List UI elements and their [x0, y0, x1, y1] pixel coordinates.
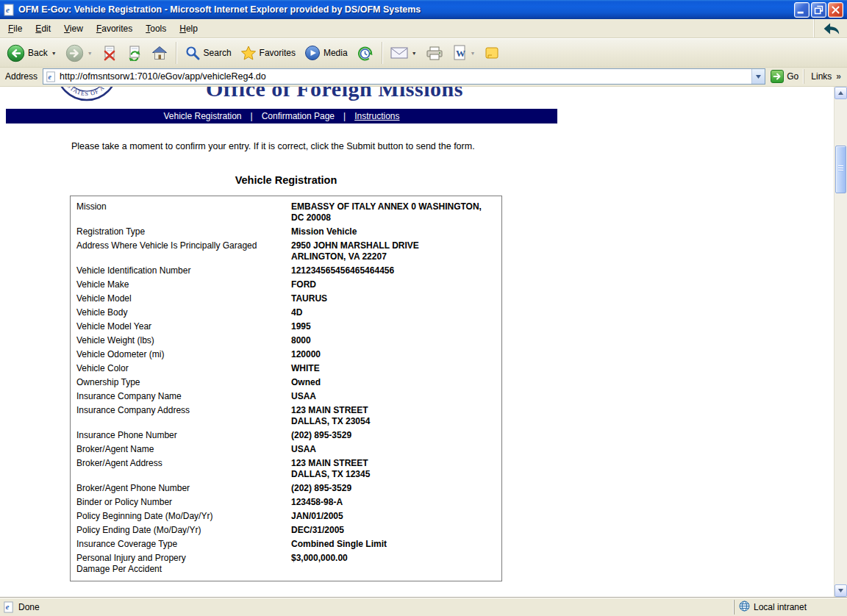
- field-row-vehicle-color: Vehicle ColorWHITE: [71, 362, 501, 376]
- nav-instructions[interactable]: Instructions: [354, 111, 399, 121]
- menu-help[interactable]: Help: [173, 20, 204, 37]
- field-label: Vehicle Body: [76, 307, 291, 318]
- favorites-button[interactable]: Favorites: [237, 43, 299, 63]
- mail-icon: [390, 46, 408, 60]
- field-row-ownership-type: Ownership TypeOwned: [71, 376, 501, 390]
- print-button[interactable]: [422, 43, 447, 63]
- field-value: USAA: [291, 444, 496, 455]
- field-row-vehicle-odometer-mi: Vehicle Odometer (mi)120000: [71, 348, 501, 362]
- go-icon: [771, 70, 784, 83]
- field-value: $3,000,000.00: [291, 553, 496, 575]
- svg-text:W: W: [456, 48, 465, 59]
- history-button[interactable]: [353, 43, 377, 64]
- media-label: Media: [324, 48, 348, 58]
- close-icon: [829, 2, 843, 18]
- svg-text:e: e: [6, 603, 10, 611]
- menu-file[interactable]: File: [1, 20, 29, 37]
- back-icon: [7, 44, 25, 62]
- address-bar: Address e http://ofmsntsorw1:7010/eGov/a…: [0, 68, 847, 87]
- field-value: 4D: [291, 307, 496, 318]
- browser-viewport: STATES OF A Office of Foreign Missions V…: [0, 87, 847, 597]
- field-label: Personal Injury and Propery Damage Per A…: [76, 553, 291, 575]
- minimize-icon: [795, 2, 809, 18]
- media-button[interactable]: Media: [301, 43, 351, 63]
- field-value: 123 MAIN STREET DALLAS, TX 23054: [291, 405, 496, 427]
- scroll-up-button[interactable]: [835, 87, 847, 99]
- links-button[interactable]: Links »: [804, 69, 846, 84]
- seal-logo: STATES OF A: [55, 87, 118, 104]
- menu-view[interactable]: View: [57, 20, 90, 37]
- field-label: Broker/Agent Address: [76, 458, 291, 480]
- scroll-thumb[interactable]: [835, 146, 846, 193]
- forward-button[interactable]: ▼: [62, 42, 96, 65]
- field-label: Vehicle Identification Number: [76, 265, 291, 276]
- address-label: Address: [1, 71, 43, 82]
- vertical-scrollbar[interactable]: [834, 87, 847, 597]
- local-intranet-icon: [739, 601, 750, 614]
- menu-tools[interactable]: Tools: [139, 20, 173, 37]
- field-row-insurance-phone-number: Insurance Phone Number(202) 895-3529: [71, 429, 501, 443]
- field-row-vehicle-make: Vehicle MakeFORD: [71, 278, 501, 292]
- restore-button[interactable]: [811, 2, 826, 18]
- ie-page-icon: e: [46, 71, 57, 82]
- messenger-button[interactable]: [481, 43, 503, 62]
- links-label: Links: [811, 71, 832, 82]
- menu-bar-brand: [814, 19, 847, 37]
- go-button[interactable]: Go: [765, 70, 804, 83]
- toolbar: Back ▼ ▼ Sea: [0, 38, 847, 68]
- field-value: (202) 895-3529: [291, 430, 496, 441]
- close-button[interactable]: [828, 2, 843, 18]
- field-row-address-where-vehicle-is-principally-garaged: Address Where Vehicle Is Principally Gar…: [71, 239, 501, 264]
- nav-separator: |: [251, 111, 253, 121]
- nav-confirmation-page[interactable]: Confirmation Page: [262, 111, 335, 121]
- field-row-vehicle-model-year: Vehicle Model Year1995: [71, 320, 501, 334]
- field-label: Policy Ending Date (Mo/Day/Yr): [76, 525, 291, 536]
- menu-edit[interactable]: Edit: [29, 20, 57, 37]
- field-label: Vehicle Model: [76, 293, 291, 304]
- field-label: Broker/Agent Name: [76, 444, 291, 455]
- address-url: http://ofmsntsorw1:7010/eGov/app/vehicle…: [57, 71, 266, 82]
- field-row-insurance-coverage-type: Insurance Coverage TypeCombined Single L…: [71, 537, 501, 551]
- field-row-registration-type: Registration TypeMission Vehicle: [71, 225, 501, 239]
- field-label: Insurance Company Address: [76, 405, 291, 427]
- field-value: 120000: [291, 349, 496, 360]
- intro-text: Please take a moment to confirm your ent…: [71, 141, 834, 151]
- field-value: Combined Single Limit: [291, 539, 496, 550]
- nav-vehicle-registration[interactable]: Vehicle Registration: [163, 111, 241, 121]
- edit-button[interactable]: W ▼: [448, 43, 479, 63]
- menu-bar: FileEditViewFavoritesToolsHelp: [0, 19, 847, 38]
- menu-bar-items: FileEditViewFavoritesToolsHelp: [1, 19, 204, 37]
- field-label: Address Where Vehicle Is Principally Gar…: [76, 240, 291, 262]
- field-row-broker-agent-name: Broker/Agent NameUSAA: [71, 443, 501, 456]
- minimize-button[interactable]: [794, 2, 810, 18]
- forward-dropdown-caret[interactable]: ▼: [87, 51, 93, 56]
- scroll-down-button[interactable]: [835, 584, 847, 597]
- address-dropdown-button[interactable]: [751, 69, 765, 84]
- field-label: Vehicle Color: [76, 363, 291, 374]
- field-label: Mission: [76, 201, 291, 223]
- menu-favorites[interactable]: Favorites: [90, 20, 139, 37]
- field-label: Vehicle Model Year: [76, 321, 291, 332]
- mail-dropdown-caret[interactable]: ▼: [412, 51, 417, 56]
- mail-button[interactable]: ▼: [387, 44, 421, 62]
- field-row-personal-injury-and-propery: Personal Injury and Propery Damage Per A…: [71, 551, 501, 576]
- field-value: Owned: [291, 377, 496, 388]
- search-button[interactable]: Search: [181, 43, 235, 63]
- back-button[interactable]: Back ▼: [3, 42, 60, 65]
- stop-button[interactable]: [98, 43, 121, 63]
- masthead-title: Office of Foreign Missions: [206, 87, 463, 101]
- back-dropdown-caret[interactable]: ▼: [51, 51, 57, 56]
- refresh-button[interactable]: [123, 43, 146, 63]
- edit-dropdown-caret[interactable]: ▼: [471, 51, 476, 56]
- search-icon: [185, 45, 201, 61]
- field-value: 123458-98-A: [291, 497, 496, 508]
- field-value: USAA: [291, 391, 496, 402]
- field-value: WHITE: [291, 363, 496, 374]
- home-button[interactable]: [148, 43, 171, 63]
- address-input[interactable]: e http://ofmsntsorw1:7010/eGov/app/vehic…: [43, 68, 765, 85]
- toolbar-separator: [176, 42, 176, 64]
- field-label: Vehicle Weight (lbs): [76, 335, 291, 346]
- field-value: Mission Vehicle: [291, 226, 496, 237]
- field-value: DEC/31/2005: [291, 525, 496, 536]
- field-label: Policy Beginning Date (Mo/Day/Yr): [76, 511, 291, 522]
